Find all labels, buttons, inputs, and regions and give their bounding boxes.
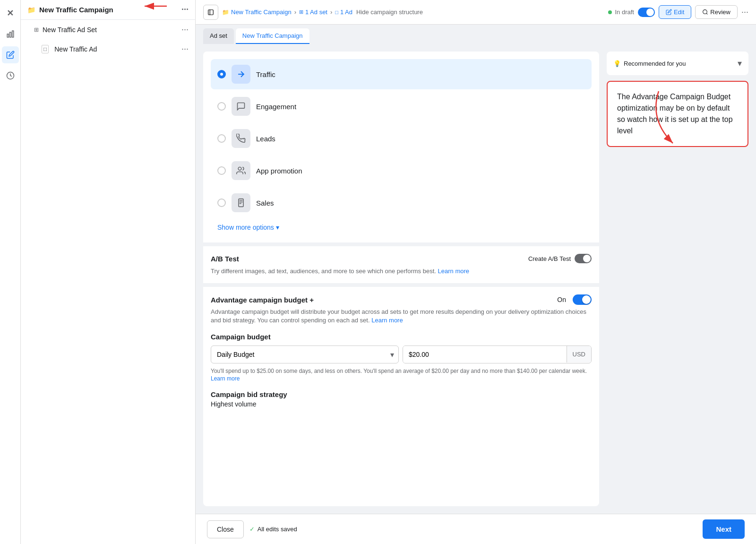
main-area: 📁 New Traffic Campaign › ⊞ 1 Ad set › □ … xyxy=(196,0,756,544)
show-more-button[interactable]: Show more options ▾ xyxy=(211,220,286,235)
bid-strategy-value: Highest volume xyxy=(211,400,592,408)
breadcrumb-adset[interactable]: ⊞ 1 Ad set xyxy=(299,9,327,16)
breadcrumb-campaign[interactable]: 📁 New Traffic Campaign xyxy=(222,9,292,16)
ab-test-header: A/B Test Create A/B Test xyxy=(211,254,592,263)
next-button[interactable]: Next xyxy=(703,519,745,539)
analytics-button[interactable] xyxy=(2,26,19,43)
svg-point-10 xyxy=(238,167,241,171)
chevron-down-icon: ▾ xyxy=(276,224,279,231)
traffic-radio[interactable] xyxy=(217,70,226,78)
adset-label: New Traffic Ad Set xyxy=(43,26,181,34)
engagement-radio[interactable] xyxy=(217,102,226,111)
tree-item-ad[interactable]: □ New Traffic Ad ··· xyxy=(21,39,195,59)
ad-dots[interactable]: ··· xyxy=(181,44,189,54)
tree-item-campaign[interactable]: 📁 New Traffic Campaign ··· xyxy=(21,0,195,20)
tree-panel: 📁 New Traffic Campaign ··· ⊞ New Traffic… xyxy=(21,0,196,544)
leads-radio[interactable] xyxy=(217,134,226,143)
budget-type-select-wrap: Daily Budget Lifetime Budget xyxy=(211,345,399,363)
budget-amount-wrap: USD xyxy=(403,345,592,363)
traffic-icon-box xyxy=(232,65,250,84)
adset-icon: ⊞ xyxy=(34,26,39,33)
draft-toggle[interactable] xyxy=(638,8,655,17)
sales-radio[interactable] xyxy=(217,199,226,207)
sales-label: Sales xyxy=(256,199,274,207)
svg-rect-2 xyxy=(12,31,13,37)
ab-test-toggle[interactable] xyxy=(575,254,592,263)
sidebar-icons: ✕ xyxy=(0,0,21,544)
status-badge: In draft xyxy=(608,9,634,16)
app-label: App promotion xyxy=(256,167,302,175)
objective-engagement[interactable]: Engagement xyxy=(211,91,592,121)
svg-rect-11 xyxy=(239,199,243,207)
budget-section-title: Campaign budget xyxy=(211,333,592,341)
bid-strategy-title: Campaign bid strategy xyxy=(211,390,592,398)
tab-bar: Ad set New Traffic Campaign xyxy=(196,25,756,44)
advantage-learn-more-link[interactable]: Learn more xyxy=(371,317,403,324)
adset-dots[interactable]: ··· xyxy=(181,25,189,35)
svg-rect-1 xyxy=(9,32,11,37)
budget-row: Daily Budget Lifetime Budget USD xyxy=(211,345,592,363)
recommended-icon: 💡 xyxy=(613,60,621,67)
budget-note: You'll spend up to $25.00 on some days, … xyxy=(211,367,592,383)
ab-description: Try different images, ad text, audiences… xyxy=(211,267,592,276)
tab-adset[interactable]: Ad set xyxy=(203,28,234,44)
hide-structure-button[interactable]: Hide campaign structure xyxy=(356,9,423,16)
budget-learn-more-link[interactable]: Learn more xyxy=(211,375,240,382)
status-dot-icon xyxy=(608,10,612,14)
bottom-bar: Close ✓ All edits saved Next xyxy=(196,514,756,544)
review-button[interactable]: Review xyxy=(695,5,738,19)
more-options-button[interactable]: ··· xyxy=(741,7,748,17)
top-bar: 📁 New Traffic Campaign › ⊞ 1 Ad set › □ … xyxy=(196,0,756,25)
ad-icon: □ xyxy=(42,45,49,53)
recommended-label: 💡 Recommended for you xyxy=(613,60,686,67)
close-nav-button[interactable]: ✕ xyxy=(2,5,19,22)
advantage-title: Advantage campaign budget + xyxy=(211,296,314,304)
edit-nav-button[interactable] xyxy=(2,46,19,63)
objectives-section: Traffic Engagement xyxy=(203,52,599,242)
svg-point-8 xyxy=(703,10,707,14)
engagement-label: Engagement xyxy=(256,103,296,111)
leads-label: Leads xyxy=(256,135,275,143)
advantage-budget-toggle[interactable] xyxy=(573,294,592,305)
objective-sales[interactable]: Sales xyxy=(211,188,592,218)
advantage-section: Advantage campaign budget + On Advantage… xyxy=(203,283,599,415)
breadcrumb: 📁 New Traffic Campaign › ⊞ 1 Ad set › □ … xyxy=(222,9,352,16)
engagement-icon-box xyxy=(232,97,250,116)
objective-traffic[interactable]: Traffic xyxy=(211,59,592,89)
app-radio[interactable] xyxy=(217,166,226,175)
recommended-row: 💡 Recommended for you ▾ xyxy=(613,58,742,69)
tree-item-adset[interactable]: ⊞ New Traffic Ad Set ··· xyxy=(21,20,195,39)
currency-label: USD xyxy=(567,346,591,363)
budget-type-select[interactable]: Daily Budget Lifetime Budget xyxy=(211,345,399,363)
budget-amount-input[interactable] xyxy=(403,346,567,363)
recommended-expand-button[interactable]: ▾ xyxy=(738,58,742,69)
svg-rect-6 xyxy=(208,9,214,15)
create-ab-label: Create A/B Test xyxy=(528,255,571,262)
campaign-dots[interactable]: ··· xyxy=(181,5,189,15)
right-panel: 💡 Recommended for you ▾ The Advantage Ca… xyxy=(607,52,748,506)
objective-app[interactable]: App promotion xyxy=(211,155,592,186)
breadcrumb-ad[interactable]: □ 1 Ad xyxy=(335,9,352,16)
tooltip-box: The Advantage Campaign Budget optimizati… xyxy=(607,81,748,147)
advantage-description: Advantage campaign budget will distribut… xyxy=(211,308,592,325)
on-label: On xyxy=(557,296,566,303)
ab-learn-more-link[interactable]: Learn more xyxy=(438,268,469,275)
objective-leads[interactable]: Leads xyxy=(211,123,592,154)
panel-toggle-button[interactable] xyxy=(203,5,218,20)
tab-campaign[interactable]: New Traffic Campaign xyxy=(236,28,309,44)
campaign-panel: Traffic Engagement xyxy=(203,52,599,506)
leads-icon-box xyxy=(232,129,250,148)
check-icon: ✓ xyxy=(249,526,255,533)
edit-button[interactable]: Edit xyxy=(659,5,691,19)
saved-status: ✓ All edits saved xyxy=(249,526,297,533)
close-button[interactable]: Close xyxy=(207,520,244,538)
ad-label: New Traffic Ad xyxy=(54,45,181,53)
svg-rect-0 xyxy=(7,34,9,37)
history-button[interactable] xyxy=(2,67,19,84)
sales-icon-box xyxy=(232,193,250,212)
recommended-box: 💡 Recommended for you ▾ xyxy=(607,52,748,75)
red-arrow-annotation xyxy=(141,0,169,13)
traffic-label: Traffic xyxy=(256,70,275,78)
advantage-title-row: Advantage campaign budget + On xyxy=(211,294,592,305)
app-icon-box xyxy=(232,161,250,180)
